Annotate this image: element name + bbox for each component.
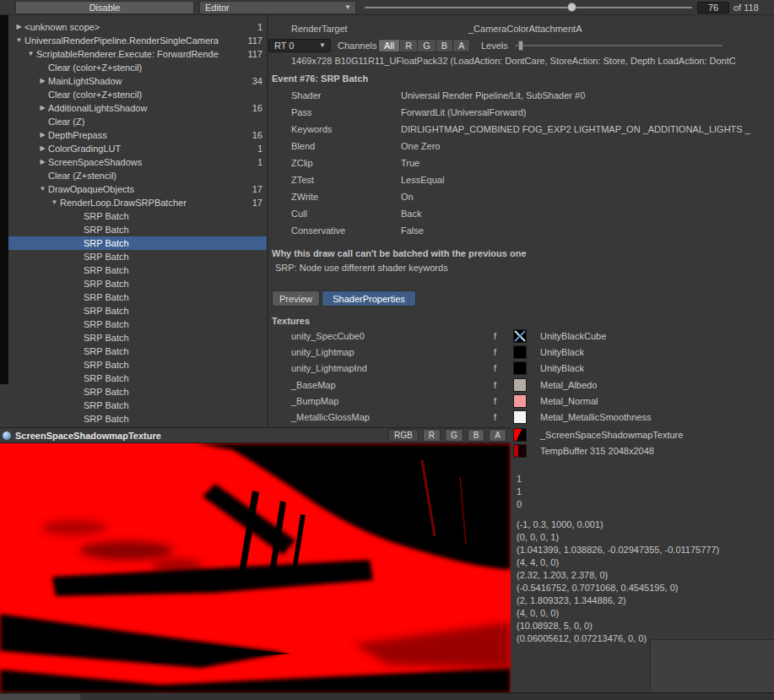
prop-label: Keywords: [291, 124, 332, 134]
texture-thumbnail[interactable]: [513, 361, 527, 375]
texture-row[interactable]: unity_LightmapInd f UnityBlack: [268, 361, 774, 376]
expand-arrow-icon[interactable]: ▼: [49, 196, 60, 209]
tree-row[interactable]: ▼UniversalRenderPipeline.RenderSingleCam…: [8, 34, 267, 47]
texture-thumbnail-cubemap[interactable]: [513, 329, 527, 343]
tree-row[interactable]: ▼RenderLoop.DrawSRPBatcher17: [8, 196, 267, 209]
tree-row[interactable]: ▶ColorGradingLUT1: [8, 142, 267, 155]
tree-row[interactable]: SRP Batch: [8, 290, 267, 304]
tree-row[interactable]: SRP Batch: [8, 372, 267, 385]
expand-arrow-icon[interactable]: ▶: [37, 74, 48, 88]
tree-row[interactable]: SRP Batch: [8, 331, 267, 345]
tree-row[interactable]: Clear (Z): [8, 115, 267, 128]
tree-row[interactable]: SRP Batch: [8, 412, 267, 426]
shadowmap-preview-image: [0, 443, 511, 693]
texture-row[interactable]: unity_SpecCube0 f UnityBlackCube: [268, 328, 774, 344]
channel-button-g[interactable]: G: [418, 39, 436, 52]
tree-row-label: DrawOpaqueObjects: [48, 182, 246, 196]
channel-button-r[interactable]: R: [400, 39, 418, 52]
texture-row[interactable]: unity_Lightmap f UnityBlack: [268, 345, 774, 360]
frame-slider-handle[interactable]: [567, 3, 576, 12]
tree-row[interactable]: ▼DrawOpaqueObjects17: [8, 182, 267, 196]
expand-arrow-icon[interactable]: ▶: [14, 20, 24, 34]
preview-channel-a-button[interactable]: A: [489, 429, 506, 442]
levels-label: Levels: [481, 41, 508, 51]
frame-total-label: of 118: [733, 3, 759, 13]
tab-preview[interactable]: Preview: [272, 290, 320, 307]
levels-slider-handle[interactable]: [518, 41, 523, 51]
texture-thumbnail[interactable]: [513, 378, 527, 392]
tree-row[interactable]: SRP Batch: [8, 345, 267, 358]
tree-row[interactable]: SRP Batch: [8, 358, 267, 372]
texture-flag: f: [494, 393, 496, 409]
preview-channel-b-button[interactable]: B: [468, 429, 485, 442]
tree-row[interactable]: SRP Batch: [8, 223, 267, 236]
tree-row[interactable]: SRP Batch: [8, 399, 267, 412]
expand-arrow-icon[interactable]: ▼: [37, 182, 48, 196]
texture-thumbnail[interactable]: [513, 428, 527, 442]
texture-thumbnail[interactable]: [513, 345, 527, 359]
tree-row-label: SRP Batch: [84, 372, 267, 385]
tab-shader-properties[interactable]: ShaderProperties: [322, 290, 416, 307]
texture-thumbnail[interactable]: [513, 444, 527, 458]
tree-row[interactable]: SRP Batch: [8, 277, 267, 290]
texture-flag: f: [494, 328, 496, 344]
tree-row[interactable]: ▶AdditionalLightsShadow16: [8, 101, 267, 115]
tree-row[interactable]: SRP Batch: [8, 304, 267, 317]
frame-slider[interactable]: [365, 7, 692, 8]
prop-label: ZTest: [291, 175, 314, 185]
tree-row-label: SRP Batch: [84, 236, 267, 250]
expand-arrow-icon[interactable]: ▼: [14, 34, 24, 47]
texture-name: unity_LightmapInd: [291, 361, 367, 376]
tree-row[interactable]: ▶<unknown scope>1: [8, 20, 267, 34]
tree-row[interactable]: SRP Batch: [8, 250, 267, 263]
preview-title: ScreenSpaceShadowmapTexture: [15, 431, 388, 441]
channel-button-b[interactable]: B: [436, 39, 453, 52]
expand-arrow-icon[interactable]: ▶: [37, 155, 48, 169]
tree-row[interactable]: ▶MainLightShadow34: [8, 74, 267, 88]
tree-row[interactable]: ▶DepthPrepass16: [8, 128, 267, 142]
render-texture-icon: [3, 431, 11, 440]
texture-thumbnail[interactable]: [513, 410, 527, 424]
rt-index-label: RT 0: [274, 41, 294, 51]
tree-row[interactable]: SRP Batch: [8, 317, 267, 331]
frame-number-input[interactable]: 76: [697, 2, 729, 14]
disable-button[interactable]: Disable: [15, 1, 194, 14]
int-value: 1: [517, 486, 522, 497]
tree-row[interactable]: SRP Batch: [8, 209, 267, 223]
expand-arrow-icon[interactable]: ▶: [37, 128, 48, 142]
preview-title-bar[interactable]: ScreenSpaceShadowmapTexture RGB R G B A: [0, 428, 511, 443]
tree-row[interactable]: Clear (color+Z+stencil): [8, 61, 267, 74]
texture-row[interactable]: _BumpMap f Metal_Normal: [268, 393, 774, 409]
channel-button-all[interactable]: All: [378, 39, 400, 52]
tree-row-label: SRP Batch: [84, 223, 267, 236]
tree-row[interactable]: Clear (Z+stencil): [8, 169, 267, 182]
tree-row[interactable]: SRP Batch: [8, 263, 267, 277]
levels-slider[interactable]: [515, 45, 723, 46]
tree-row[interactable]: Clear (color+Z+stencil): [8, 88, 267, 101]
render-target-info: 1469x728 B10G11R11_UFloatPack32 (LoadAct…: [291, 56, 772, 66]
preview-channel-g-button[interactable]: G: [445, 429, 463, 442]
texture-flag: f: [494, 361, 496, 376]
texture-thumbnail[interactable]: [513, 394, 527, 408]
tree-row[interactable]: SRP Batch: [8, 385, 267, 399]
channel-button-a[interactable]: A: [453, 39, 470, 52]
tree-row-count: 117: [241, 34, 267, 47]
tree-row[interactable]: ▶ScreenSpaceShadows1: [8, 155, 267, 169]
target-selector-dropdown[interactable]: Editor▼: [199, 1, 356, 14]
prop-value: DIRLIGHTMAP_COMBINED FOG_EXP2 LIGHTMAP_O…: [401, 124, 772, 134]
texture-row[interactable]: _MetallicGlossMap f Metal_MetallicSmooth…: [268, 410, 774, 425]
vector-value: (-1, 0.3, 1000, 0.001): [517, 519, 604, 529]
prop-value: Back: [401, 209, 772, 219]
tree-row-label: SRP Batch: [84, 209, 267, 223]
expand-arrow-icon[interactable]: ▶: [37, 142, 48, 155]
rt-index-dropdown[interactable]: RT 0▼: [268, 39, 331, 52]
tree-row-count: 1: [251, 155, 267, 169]
tree-row-label: SRP Batch: [84, 399, 267, 412]
texture-row[interactable]: _BaseMap f Metal_Albedo: [268, 377, 774, 393]
expand-arrow-icon[interactable]: ▼: [25, 47, 36, 61]
tree-row-selected[interactable]: SRP Batch: [8, 236, 267, 250]
preview-channel-rgb-button[interactable]: RGB: [388, 429, 419, 442]
expand-arrow-icon[interactable]: ▶: [37, 101, 48, 115]
preview-channel-r-button[interactable]: R: [423, 429, 441, 442]
tree-row[interactable]: ▼ScriptableRenderer.Execute: ForwardRend…: [8, 47, 267, 61]
